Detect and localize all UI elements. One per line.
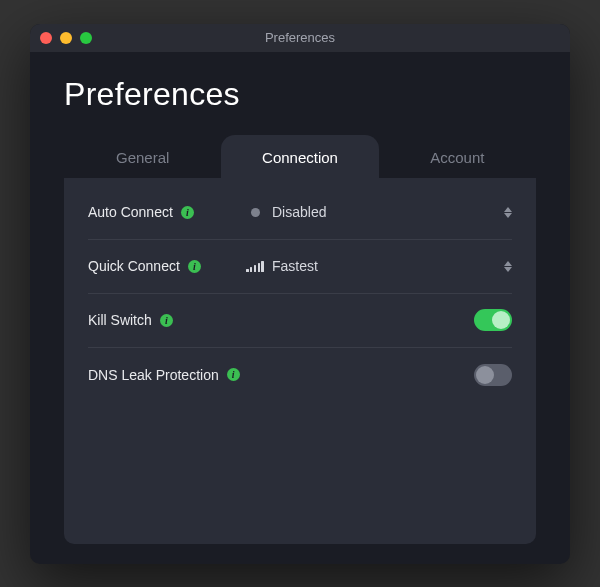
zoom-window-button[interactable] — [80, 32, 92, 44]
tab-connection[interactable]: Connection — [221, 135, 378, 178]
info-icon[interactable]: i — [160, 314, 173, 327]
tab-general[interactable]: General — [64, 135, 221, 178]
info-icon[interactable]: i — [188, 260, 201, 273]
toggle-knob — [476, 366, 494, 384]
dns-leak-label-group: DNS Leak Protection i — [88, 367, 288, 383]
kill-switch-toggle[interactable] — [474, 309, 512, 331]
titlebar: Preferences — [30, 24, 570, 52]
kill-switch-label: Kill Switch — [88, 312, 152, 328]
content-area: Preferences General Connection Account A… — [30, 52, 570, 564]
quick-connect-value: Fastest — [272, 258, 318, 274]
page-title: Preferences — [64, 76, 536, 113]
preferences-window: Preferences Preferences General Connecti… — [30, 24, 570, 564]
settings-panel: Auto Connect i Disabled Quick Connect i — [64, 178, 536, 544]
auto-connect-label: Auto Connect — [88, 204, 173, 220]
stepper-icon[interactable] — [504, 207, 512, 218]
quick-connect-select[interactable]: Fastest — [248, 258, 512, 274]
tab-bar: General Connection Account — [64, 135, 536, 178]
quick-connect-label: Quick Connect — [88, 258, 180, 274]
toggle-knob — [492, 311, 510, 329]
row-quick-connect: Quick Connect i Fastest — [88, 240, 512, 294]
dns-leak-toggle[interactable] — [474, 364, 512, 386]
auto-connect-select[interactable]: Disabled — [248, 204, 512, 220]
auto-connect-label-group: Auto Connect i — [88, 204, 248, 220]
signal-bars-icon — [248, 259, 262, 273]
stepper-icon[interactable] — [504, 261, 512, 272]
window-title: Preferences — [265, 30, 335, 45]
kill-switch-label-group: Kill Switch i — [88, 312, 248, 328]
row-dns-leak-protection: DNS Leak Protection i — [88, 348, 512, 402]
info-icon[interactable]: i — [227, 368, 240, 381]
dns-leak-label: DNS Leak Protection — [88, 367, 219, 383]
info-icon[interactable]: i — [181, 206, 194, 219]
quick-connect-label-group: Quick Connect i — [88, 258, 248, 274]
auto-connect-value: Disabled — [272, 204, 326, 220]
tab-account[interactable]: Account — [379, 135, 536, 178]
row-auto-connect: Auto Connect i Disabled — [88, 186, 512, 240]
disabled-dot-icon — [248, 205, 262, 219]
row-kill-switch: Kill Switch i — [88, 294, 512, 348]
minimize-window-button[interactable] — [60, 32, 72, 44]
traffic-lights — [40, 32, 92, 44]
close-window-button[interactable] — [40, 32, 52, 44]
